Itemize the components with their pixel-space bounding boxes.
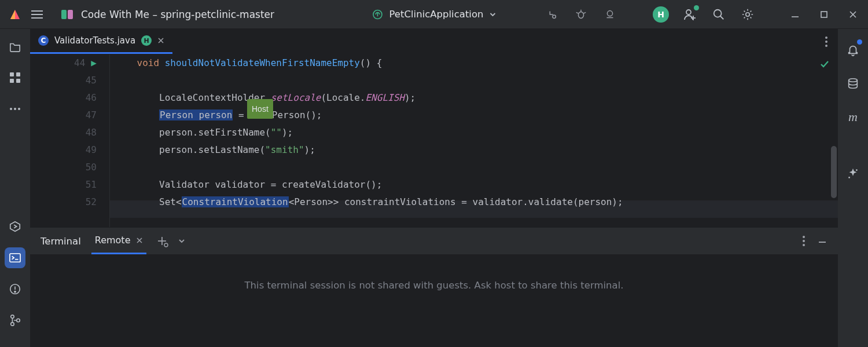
svg-point-51 [803,244,805,246]
terminal-tab-name: Remote [95,235,131,246]
svg-rect-3 [61,10,67,19]
run-config-name: PetClinicApplication [389,9,484,20]
svg-point-37 [11,323,14,326]
problems-tool-button[interactable] [5,279,25,299]
database-tool-button[interactable] [843,73,863,94]
svg-point-55 [848,177,850,178]
settings-button[interactable] [740,6,756,23]
svg-point-54 [856,169,858,171]
svg-point-48 [164,243,168,247]
editor-tabs-more-button[interactable] [815,29,838,54]
svg-rect-24 [16,72,20,76]
run-config-selector[interactable]: PetClinicApplication [372,9,496,20]
terminal-header: Terminal Remote [30,228,838,254]
editor-code[interactable]: void shouldNotValidateWhenFirstNameEmpty… [110,54,838,227]
run-button[interactable] [544,6,560,23]
terminal-title: Terminal [41,236,81,247]
svg-point-16 [714,9,722,17]
project-title: Code With Me – spring-petclinic-master [61,9,274,20]
svg-point-6 [553,14,556,17]
more-run-button[interactable] [602,6,618,23]
new-terminal-button[interactable] [157,236,167,246]
svg-point-18 [746,12,749,16]
close-terminal-tab-button[interactable] [136,237,143,244]
terminal-tool-button[interactable] [5,247,25,268]
editor-gutter: 44▶ 45 46 47 48 49 50 51 52 [30,54,110,227]
svg-point-43 [825,45,827,47]
terminal-tab[interactable]: Remote [91,228,147,254]
project-tool-button[interactable] [5,36,25,57]
run-config-icon [372,9,384,20]
svg-line-10 [584,12,586,13]
svg-point-35 [14,291,16,292]
hide-toolwindow-button[interactable] [817,235,827,247]
svg-point-36 [11,315,14,319]
project-name: spring-petclinic-master [160,9,274,20]
left-toolbar [0,29,30,347]
svg-point-41 [825,36,827,39]
svg-rect-20 [821,12,827,17]
terminal-message: This terminal session is not shared with… [245,280,624,291]
editor[interactable]: Host 44▶ 45 46 47 48 49 50 51 52 void sh… [30,54,838,227]
svg-line-17 [720,16,724,19]
host-presence-badge: H [141,35,152,46]
structure-tool-button[interactable] [5,67,25,88]
terminal-toolwindow: Terminal Remote This terminal session is… [30,227,838,347]
svg-point-50 [803,240,805,242]
svg-point-38 [17,319,20,322]
java-class-icon: C [38,35,49,46]
svg-rect-23 [10,72,14,76]
svg-point-42 [825,41,827,43]
editor-tab-filename: ValidatorTests.java [54,35,135,46]
ide-logo-icon [7,6,23,23]
svg-marker-30 [10,222,20,232]
notifications-button[interactable] [843,39,863,60]
titlebar: Code With Me – spring-petclinic-master P… [0,0,868,29]
right-toolbar: m [838,29,868,347]
minimize-window-button[interactable] [787,6,803,23]
search-button[interactable] [711,6,727,23]
project-prefix: Code With Me – [81,9,160,20]
svg-line-9 [576,12,579,13]
vcs-tool-button[interactable] [5,310,25,331]
ai-assistant-button[interactable] [843,163,863,184]
chevron-down-icon [489,11,496,18]
svg-point-49 [803,236,805,238]
svg-point-29 [18,108,20,110]
editor-tab[interactable]: C ValidatorTests.java H [30,29,172,54]
maven-tool-button[interactable]: m [843,107,863,127]
terminal-options-button[interactable] [802,235,806,247]
terminal-body[interactable]: This terminal session is not shared with… [30,254,838,347]
debug-button[interactable] [573,6,589,23]
more-tools-button[interactable] [5,98,25,119]
svg-rect-31 [10,254,20,262]
svg-rect-26 [16,79,20,83]
main-menu-button[interactable] [29,6,45,23]
host-cursor-flag: Host [247,99,273,119]
svg-rect-25 [10,79,14,83]
svg-point-11 [607,10,612,16]
code-with-me-icon [61,9,73,20]
code-with-me-button[interactable] [682,6,698,23]
svg-rect-4 [68,10,73,19]
services-tool-button[interactable] [5,216,25,237]
close-tab-button[interactable] [157,37,164,44]
svg-point-53 [849,79,858,82]
svg-point-28 [14,108,16,110]
svg-point-13 [686,10,691,14]
notification-dot-icon [857,39,862,45]
run-line-icon[interactable]: ▶ [91,54,97,72]
maximize-window-button[interactable] [816,6,832,23]
inspection-ok-icon[interactable] [819,59,830,70]
svg-point-7 [578,12,583,18]
terminal-dropdown-button[interactable] [178,237,186,245]
close-window-button[interactable] [845,6,861,23]
user-avatar[interactable]: H [653,6,669,23]
svg-point-27 [10,108,12,110]
editor-tabs: C ValidatorTests.java H [30,29,838,54]
